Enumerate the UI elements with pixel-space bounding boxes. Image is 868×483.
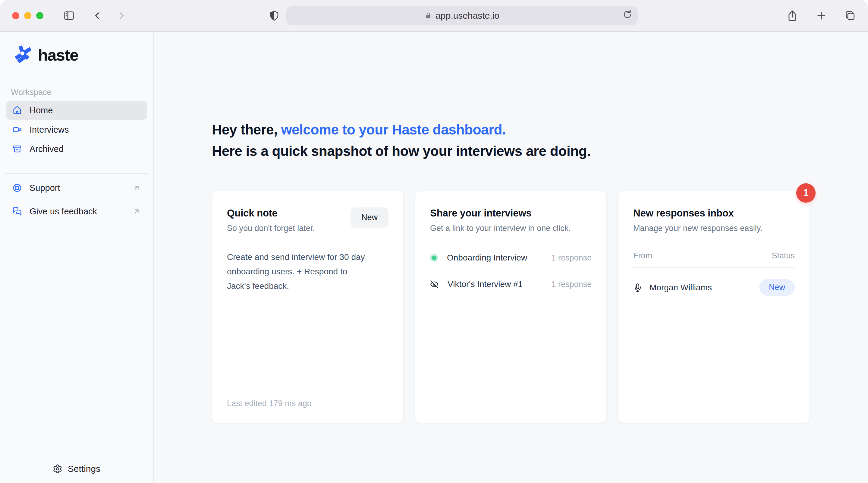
help-nav: Support Give us feedback: [0, 174, 153, 225]
sidebar-item-home[interactable]: Home: [6, 101, 147, 120]
column-status: Status: [772, 251, 795, 261]
chevron-left-icon: [92, 10, 102, 21]
note-last-edited: Last edited 179 ms ago: [227, 399, 389, 408]
response-row[interactable]: Morgan Williams New: [633, 279, 795, 296]
settings-label: Settings: [68, 464, 100, 474]
page-heading: Hey there, welcome to your Haste dashboa…: [212, 119, 868, 162]
interview-row[interactable]: Onboarding Interview 1 response: [430, 253, 592, 263]
live-status-dot: [430, 254, 438, 262]
inbox-card-subtitle: Manage your new responses easily.: [633, 224, 795, 233]
new-tab-button[interactable]: [815, 10, 827, 22]
workspace-section-label: Workspace: [11, 88, 153, 97]
table-divider: [633, 267, 795, 268]
responses-inbox-card: 1 New responses inbox Manage your new re…: [618, 191, 810, 423]
minimize-window-button[interactable]: [24, 12, 31, 19]
close-window-button[interactable]: [12, 12, 19, 19]
sidebar-item-label: Home: [30, 105, 53, 116]
plus-icon: [815, 10, 827, 22]
sidebar-item-support[interactable]: Support: [6, 179, 147, 197]
respondent-name: Morgan Williams: [650, 283, 712, 293]
browser-toolbar: app.usehaste.io: [0, 0, 868, 32]
settings-button[interactable]: Settings: [0, 454, 153, 483]
workspace-nav: Home Interviews Archived: [0, 101, 153, 159]
haste-logo[interactable]: haste: [14, 45, 153, 65]
sidebar: haste Workspace Home Interviews: [0, 32, 154, 483]
gear-icon: [53, 464, 62, 474]
share-icon: [786, 10, 798, 22]
sidebar-item-feedback[interactable]: Give us feedback: [6, 202, 147, 221]
sidebar-item-label: Give us feedback: [30, 207, 97, 216]
back-button[interactable]: [92, 10, 102, 21]
toolbar-right-group: [786, 10, 856, 22]
chevron-right-icon: [116, 10, 127, 21]
unread-count-badge: 1: [796, 183, 815, 203]
sidebar-item-label: Support: [30, 183, 60, 193]
heading-line2: Here is a quick snapshot of how your int…: [212, 143, 591, 159]
url-text: app.usehaste.io: [435, 10, 499, 21]
video-camera-icon: [13, 125, 22, 134]
response-count: 1 response: [551, 280, 592, 289]
inbox-table-header: From Status: [633, 251, 795, 261]
haste-logo-icon: [14, 45, 33, 65]
brand-name: haste: [38, 46, 79, 64]
interview-list: Onboarding Interview 1 response Viktor's…: [430, 253, 592, 289]
lock-icon: [425, 12, 432, 19]
shield-icon: [269, 10, 280, 21]
tabs-icon: [844, 10, 856, 22]
sidebar-toggle-icon: [63, 10, 75, 22]
app-shell: haste Workspace Home Interviews: [0, 32, 868, 483]
privacy-shield-button[interactable]: [269, 10, 280, 21]
heading-highlight: welcome to your Haste dashboard.: [281, 122, 506, 138]
response-count: 1 response: [551, 253, 592, 263]
home-icon: [13, 106, 22, 115]
quick-note-card: Quick note So you don't forget later. Ne…: [212, 191, 404, 423]
heading-prefix: Hey there,: [212, 122, 281, 138]
sidebar-toggle-button[interactable]: [63, 10, 75, 22]
new-note-button[interactable]: New: [350, 207, 389, 228]
interview-row[interactable]: Viktor's Interview #1 1 response: [430, 279, 592, 289]
microphone-icon: [633, 283, 642, 292]
forward-button[interactable]: [116, 10, 127, 21]
inbox-card-title: New responses inbox: [633, 207, 795, 219]
interview-name: Onboarding Interview: [447, 253, 527, 263]
dashboard-cards: Quick note So you don't forget later. Ne…: [212, 191, 868, 423]
sidebar-item-label: Interviews: [30, 125, 69, 135]
lifebuoy-icon: [13, 183, 22, 192]
interview-name: Viktor's Interview #1: [447, 279, 523, 289]
sidebar-item-archived[interactable]: Archived: [6, 140, 147, 158]
sidebar-item-label: Archived: [30, 144, 64, 154]
quick-note-title: Quick note: [227, 207, 315, 219]
browser-window: app.usehaste.io: [0, 0, 868, 483]
share-card-title: Share your interviews: [430, 207, 592, 219]
zoom-window-button[interactable]: [36, 12, 43, 19]
feedback-bubbles-icon: [13, 207, 22, 216]
traffic-lights: [12, 12, 43, 19]
quick-note-subtitle: So you don't forget later.: [227, 224, 315, 233]
note-body[interactable]: Create and send interview for 30 day onb…: [227, 250, 372, 293]
status-badge: New: [759, 279, 795, 296]
sidebar-item-interviews[interactable]: Interviews: [6, 120, 147, 139]
share-button[interactable]: [786, 10, 798, 22]
share-card-subtitle: Get a link to your interview in one clic…: [430, 224, 592, 233]
tab-overview-button[interactable]: [844, 10, 856, 22]
share-interviews-card: Share your interviews Get a link to your…: [415, 191, 607, 423]
eye-off-icon: [430, 280, 438, 289]
main-content: Hey there, welcome to your Haste dashboa…: [154, 32, 868, 483]
external-link-icon: [133, 207, 141, 215]
address-bar[interactable]: app.usehaste.io: [286, 6, 638, 25]
external-link-icon: [133, 184, 141, 192]
reload-icon[interactable]: [623, 10, 632, 22]
column-from: From: [633, 251, 652, 261]
archive-box-icon: [13, 144, 22, 153]
